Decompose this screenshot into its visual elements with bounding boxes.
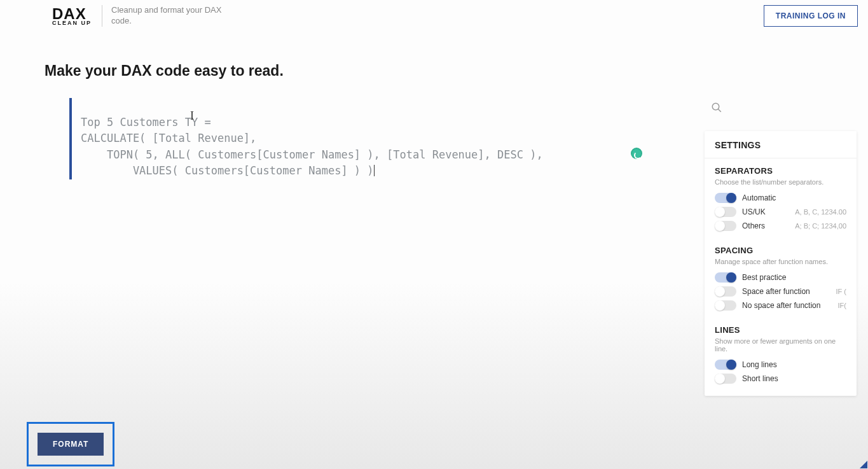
toggle-separators-automatic[interactable]	[715, 193, 736, 203]
code-editor[interactable]: Top 5 Customers TY = CALCULATE( [Total R…	[69, 98, 648, 179]
lines-desc: Show more or fewer arguments on one line…	[715, 337, 846, 353]
resize-handle-icon[interactable]	[860, 461, 867, 468]
settings-panel: SETTINGS SEPARATORS Choose the list/numb…	[705, 131, 857, 396]
tagline: Cleanup and format your DAX code.	[111, 5, 238, 27]
label-usuk: US/UK	[742, 207, 766, 216]
toggle-lines-short[interactable]	[715, 374, 736, 384]
label-others: Others	[742, 221, 765, 230]
toggle-spacing-best[interactable]	[715, 272, 736, 283]
logo-sub: CLEAN UP	[52, 20, 93, 26]
logo-divider	[102, 5, 102, 27]
toggle-lines-long[interactable]	[715, 360, 736, 370]
code-line-4: VALUES( Customers[Customer Names] ) )	[81, 164, 374, 177]
label-best: Best practice	[742, 273, 786, 282]
logo: DAX CLEAN UP	[10, 6, 93, 26]
svg-point-0	[712, 103, 719, 110]
format-button[interactable]: FORMAT	[38, 433, 104, 456]
separators-desc: Choose the list/number separators.	[715, 178, 846, 186]
hint-others: A; B; C; 1234,00	[795, 222, 846, 230]
spacing-desc: Manage space after function names.	[715, 258, 846, 265]
toggle-spacing-space-after[interactable]	[715, 286, 736, 297]
toggle-spacing-no-space[interactable]	[715, 300, 736, 311]
label-space-after: Space after function	[742, 287, 810, 296]
training-login-button[interactable]: TRAINING LOG IN	[764, 5, 858, 27]
logo-main: DAX	[52, 6, 93, 22]
page-title: Make your DAX code easy to read.	[45, 62, 868, 80]
header: DAX CLEAN UP Cleanup and format your DAX…	[0, 0, 868, 32]
spacing-title: SPACING	[715, 246, 846, 255]
toggle-separators-usuk[interactable]	[715, 207, 736, 217]
search-icon[interactable]	[711, 102, 724, 115]
svg-line-1	[718, 109, 721, 112]
hint-no-space: IF(	[838, 302, 846, 309]
code-line-3: TOPN( 5, ALL( Customers[Customer Names] …	[81, 148, 543, 161]
separators-title: SEPARATORS	[715, 166, 846, 176]
status-spinner-icon	[631, 148, 642, 159]
spacing-section: SPACING Manage space after function name…	[705, 238, 857, 318]
toggle-separators-others[interactable]	[715, 221, 736, 231]
editor-caret	[374, 165, 375, 176]
hint-space-after: IF (	[836, 288, 847, 295]
label-automatic: Automatic	[742, 193, 776, 202]
label-no-space: No space after function	[742, 301, 820, 310]
label-short: Short lines	[742, 374, 778, 383]
lines-section: LINES Show more or fewer arguments on on…	[705, 318, 857, 396]
hint-usuk: A, B, C, 1234.00	[795, 208, 846, 216]
format-button-highlight: FORMAT	[27, 422, 114, 466]
code-line-2: CALCULATE( [Total Revenue],	[81, 132, 256, 144]
settings-title: SETTINGS	[705, 131, 857, 158]
text-cursor-icon: I	[190, 109, 194, 123]
lines-title: LINES	[715, 325, 846, 335]
separators-section: SEPARATORS Choose the list/number separa…	[705, 158, 857, 238]
label-long: Long lines	[742, 360, 777, 369]
